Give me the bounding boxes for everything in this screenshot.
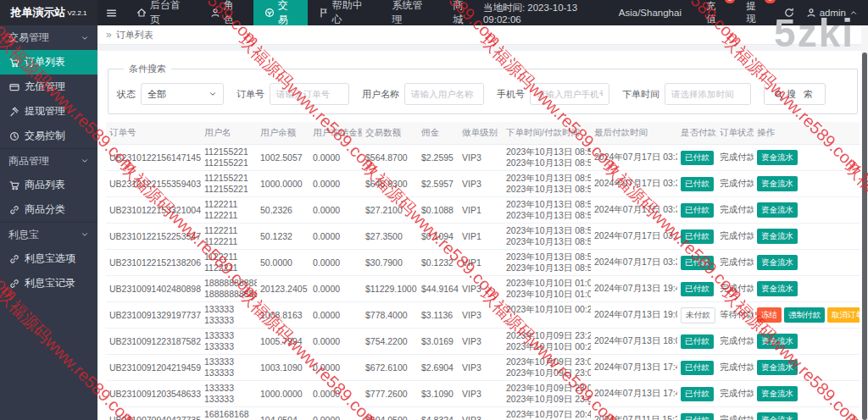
top-menu-item[interactable]: 帮助中心 — [308, 0, 381, 25]
app-version: V2.2.1 — [67, 9, 86, 17]
last-pay-time: 2024年07月17日 03:35:35 — [591, 171, 677, 197]
commission: $2.2595 — [418, 145, 459, 171]
column-header: 订单号 — [106, 122, 201, 145]
sidebar-item[interactable]: 订单列表 — [0, 50, 97, 75]
username-field: 用户名称 — [362, 83, 484, 105]
sidebar-item[interactable]: 充值管理 — [0, 75, 97, 99]
sidebar-item[interactable]: 商品列表 — [0, 173, 97, 197]
action-button[interactable]: 资金流水 — [757, 229, 798, 244]
last-pay-time: 2024年07月11日 15:20:42 — [591, 407, 677, 420]
refresh-icon[interactable] — [784, 8, 794, 18]
top-menu-item[interactable]: 角色 — [199, 0, 253, 25]
order-field: 订单号 — [236, 83, 349, 105]
search-legend: 条件搜索 — [124, 63, 171, 75]
user-name: 133333133333 — [201, 381, 257, 407]
paid-badge: 已付款 — [681, 256, 714, 270]
app-title: 抢单演示站 — [10, 5, 65, 20]
action-button[interactable]: 资金流水 — [757, 176, 798, 191]
status-select[interactable]: 全部 — [141, 83, 224, 105]
order-status: 完成付款 — [716, 407, 754, 420]
action-button[interactable]: 资金流水 — [757, 412, 798, 420]
username-input[interactable] — [404, 83, 484, 105]
top-menu-item[interactable]: 商城 — [442, 0, 483, 25]
search-button[interactable]: 搜 索 — [764, 83, 826, 105]
user-balance: 50.0000 — [257, 250, 309, 276]
user-balance: 1005.7994 — [257, 329, 309, 355]
frozen-amount: 0.0000 — [309, 381, 362, 407]
commission: $2.6904 — [418, 355, 459, 381]
order-status: 完成付款 — [716, 250, 754, 276]
paid-badge: 已付款 — [681, 229, 714, 244]
user-name: 11222111122211 — [201, 224, 257, 250]
paid-badge: 未付款 — [681, 307, 715, 323]
user-name: 11222111122211 — [201, 250, 257, 276]
action-button[interactable]: 资金流水 — [757, 281, 798, 296]
frozen-amount: 0.0000 — [309, 250, 362, 276]
table-row: UB23101221533210041122211112221150.23260… — [106, 197, 860, 224]
action-button[interactable]: 资金流水 — [757, 202, 798, 218]
sidebar-item[interactable]: 利息宝选项 — [0, 246, 97, 271]
commission: $44.9164 — [418, 276, 459, 302]
last-pay-time: 2024年07月17日 03:36:14 — [591, 145, 677, 171]
column-header: 最后付款时间 — [591, 122, 677, 145]
top-menu: 后台首页角色交易帮助中心系统管理商城 — [125, 0, 483, 25]
sidebar-group-title[interactable]: 利息宝 — [0, 222, 97, 246]
sidebar-item[interactable]: 利息宝记录 — [0, 271, 97, 296]
trade-amount: $648.9300 — [362, 171, 418, 197]
column-header: 用户名 — [201, 122, 257, 145]
action-button[interactable]: 资金流水 — [757, 255, 798, 270]
order-no: UB2310070940427735 — [106, 407, 201, 420]
level: VIP3 — [459, 171, 503, 197]
order-input[interactable] — [270, 83, 349, 105]
action-button[interactable]: 资金流水 — [757, 360, 798, 375]
sidebar-item[interactable]: 交易控制 — [0, 124, 97, 148]
actions-cell: 资金流水 — [754, 171, 860, 197]
table-row: UB23101221561471451121552211121552211002… — [106, 145, 860, 171]
action-button[interactable]: 取消订单 — [827, 307, 860, 323]
action-button[interactable]: 资金流水 — [757, 334, 798, 349]
order-time: 2023年10月10日 01:02:482023年10月10日 01:02:58 — [503, 276, 591, 302]
paid-badge: 已付款 — [681, 282, 714, 296]
withdraw-link[interactable]: 提现 0 — [746, 0, 764, 25]
sidebar-item[interactable]: 提现管理 — [0, 99, 97, 124]
last-pay-time: 2024年07月17日 03:33:32 — [591, 197, 677, 224]
last-pay-time: 2024年07月17日 03:32:25 — [591, 224, 677, 250]
order-status: 完成付款 — [716, 197, 754, 224]
hamburger-icon[interactable] — [97, 0, 125, 25]
sidebar-group-title[interactable]: 交易管理 — [0, 25, 97, 50]
topbar-right: 当地时间: 2023-10-13 09:02:06 Asia/Shanghai … — [483, 0, 868, 25]
order-status: 完成付款 — [716, 224, 754, 250]
top-menu-item[interactable]: 后台首页 — [125, 0, 199, 25]
link-icon — [9, 279, 19, 289]
order-status: 完成付款 — [716, 171, 754, 197]
action-button[interactable]: 资金流水 — [757, 386, 798, 401]
sidebar-group-title[interactable]: 商品管理 — [0, 148, 97, 173]
trade-amount: $27.3500 — [362, 224, 418, 250]
order-status: 完成付款 — [716, 145, 754, 171]
table-row: UB23100912231875821333331333331005.79940… — [106, 329, 860, 355]
ordertime-input[interactable] — [665, 83, 751, 105]
user-name: 133333133333 — [201, 355, 257, 381]
vertical-scrollbar[interactable] — [861, 25, 868, 420]
scrollbar-thumb[interactable] — [862, 52, 867, 420]
recharge-link[interactable]: 充值 3 — [706, 0, 724, 25]
column-header: 下单时间/付款时间 — [503, 122, 591, 145]
action-button[interactable]: 资金流水 — [757, 150, 798, 165]
link-icon — [9, 205, 19, 215]
trade-amount: $11229.1000 — [362, 276, 418, 302]
trade-amount: $564.8700 — [362, 145, 418, 171]
withdraw-badge: 0 — [765, 0, 775, 3]
sidebar-item[interactable]: 商品分类 — [0, 197, 97, 222]
column-header: 用户冻结金额 — [309, 122, 362, 145]
column-header: 交易数额 — [362, 122, 418, 145]
top-menu-item[interactable]: 系统管理 — [381, 0, 442, 25]
user-menu[interactable]: admin — [806, 8, 858, 18]
action-button[interactable]: 冻结 — [757, 307, 782, 323]
table-body: UB23101221561471451121552211121552211002… — [106, 145, 860, 420]
top-menu-item[interactable]: 交易 — [253, 0, 308, 25]
action-button[interactable]: 强制付款 — [784, 307, 825, 323]
status-field: 状态 全部 — [117, 83, 224, 105]
phone-input[interactable] — [530, 83, 609, 105]
app-brand: 抢单演示站V2.2.1 — [0, 0, 97, 25]
last-pay-time: 2024年07月13日 17:44:21 — [591, 355, 677, 381]
